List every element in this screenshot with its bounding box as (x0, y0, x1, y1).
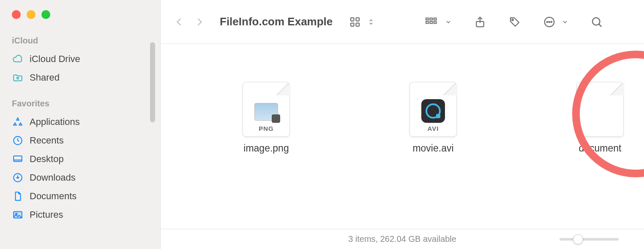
sidebar-item-label: Desktop (30, 154, 64, 165)
sidebar-item-label: Downloads (30, 172, 76, 183)
minimize-button[interactable] (27, 10, 35, 19)
grid-view-icon (346, 14, 364, 30)
svg-rect-9 (356, 23, 360, 26)
svg-rect-10 (426, 18, 428, 20)
svg-rect-12 (430, 18, 433, 20)
file-label: document (579, 143, 621, 154)
sidebar: iCloud iCloud Drive Shared Favorites (0, 0, 161, 249)
sidebar-item-label: Pictures (30, 209, 63, 220)
svg-point-17 (512, 19, 514, 21)
file-label: image.png (243, 143, 289, 154)
file-type-badge: PNG (259, 125, 274, 132)
file-view[interactable]: PNG image.png AVI movie.avi document (161, 44, 644, 229)
file-type-badge: AVI (428, 125, 439, 132)
tags-button[interactable] (506, 14, 524, 30)
svg-rect-7 (356, 18, 360, 21)
view-mode-picker[interactable] (346, 14, 377, 30)
file-item-movie[interactable]: AVI movie.avi (395, 82, 471, 154)
svg-rect-13 (430, 21, 433, 23)
sidebar-item-applications[interactable]: Applications (0, 113, 160, 131)
sidebar-section-favorites: Favorites Applications Recents Desktop (0, 96, 160, 224)
sidebar-item-label: Recents (30, 135, 64, 146)
chevron-down-icon (559, 17, 571, 27)
sidebar-item-pictures[interactable]: Pictures (0, 206, 160, 224)
sidebar-item-label: Documents (30, 191, 76, 202)
svg-point-21 (551, 21, 552, 22)
svg-rect-15 (434, 21, 437, 23)
file-label: movie.avi (412, 143, 453, 154)
svg-rect-8 (351, 23, 354, 26)
svg-rect-11 (426, 21, 428, 23)
status-text: 3 items, 262.04 GB available (348, 234, 456, 244)
svg-rect-6 (351, 18, 354, 21)
status-bar: 3 items, 262.04 GB available (161, 229, 644, 249)
svg-rect-14 (434, 18, 437, 20)
sidebar-scrollbar[interactable] (150, 42, 155, 122)
zoom-slider-knob[interactable] (573, 234, 583, 244)
zoom-slider[interactable] (559, 238, 619, 241)
sidebar-item-label: Applications (30, 116, 80, 127)
svg-point-0 (17, 77, 19, 79)
file-icon: PNG (243, 82, 290, 137)
chevron-down-icon (442, 17, 454, 27)
svg-rect-2 (14, 156, 22, 161)
file-item-image[interactable]: PNG image.png (228, 82, 304, 154)
section-header: iCloud (0, 33, 160, 50)
clock-icon (12, 135, 24, 146)
document-icon (12, 191, 24, 202)
toolbar: FileInfo.com Example (161, 0, 644, 44)
sidebar-item-recents[interactable]: Recents (0, 131, 160, 150)
apps-icon (12, 116, 24, 127)
svg-point-20 (549, 21, 550, 22)
svg-point-22 (592, 18, 600, 25)
sidebar-section-icloud: iCloud iCloud Drive Shared (0, 33, 160, 87)
folder-title: FileInfo.com Example (220, 15, 333, 28)
back-button[interactable] (171, 16, 188, 27)
shared-folder-icon (12, 72, 24, 83)
sidebar-item-label: iCloud Drive (30, 54, 80, 65)
file-icon (576, 82, 624, 137)
sidebar-item-icloud-drive[interactable]: iCloud Drive (0, 50, 160, 68)
file-icon: AVI (409, 82, 457, 137)
quicktime-icon (421, 99, 445, 123)
sidebar-item-desktop[interactable]: Desktop (0, 150, 160, 168)
share-button[interactable] (471, 14, 489, 30)
download-icon (12, 172, 24, 183)
file-item-document[interactable]: document (562, 82, 638, 154)
group-by-button[interactable] (422, 14, 454, 30)
maximize-button[interactable] (41, 10, 50, 19)
window-controls (0, 10, 160, 19)
cloud-icon (12, 54, 24, 65)
chevron-up-down-icon (365, 14, 377, 30)
main-pane: FileInfo.com Example (161, 0, 644, 249)
more-icon (540, 14, 558, 30)
sidebar-item-label: Shared (30, 72, 60, 83)
close-button[interactable] (12, 10, 21, 19)
forward-button[interactable] (191, 16, 208, 27)
svg-point-19 (547, 21, 548, 22)
png-preview-icon (254, 103, 278, 121)
desktop-icon (12, 154, 24, 165)
action-menu-button[interactable] (540, 14, 571, 30)
sidebar-item-downloads[interactable]: Downloads (0, 168, 160, 187)
group-icon (422, 14, 442, 30)
search-button[interactable] (588, 14, 606, 30)
sidebar-item-shared[interactable]: Shared (0, 68, 160, 87)
section-header: Favorites (0, 96, 160, 113)
pictures-icon (12, 209, 24, 220)
sidebar-item-documents[interactable]: Documents (0, 187, 160, 206)
